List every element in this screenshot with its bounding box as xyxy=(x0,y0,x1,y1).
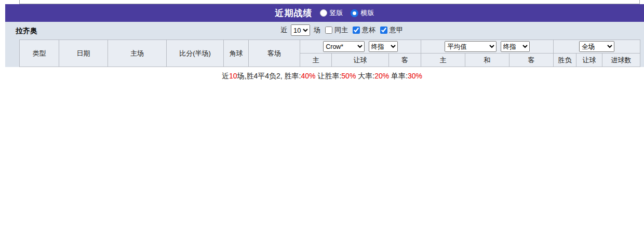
summary-segment: 30% xyxy=(408,72,422,80)
sub-header-avg-draw: 和 xyxy=(465,54,509,67)
near-label: 近 xyxy=(280,25,287,35)
filter-controls: 近 10 场 同主 意杯 意甲 xyxy=(280,24,403,36)
fulltime-header: 全场 xyxy=(554,40,640,54)
summary-segment: 场,胜4平4负2, 胜率: xyxy=(237,72,301,80)
radio-unselected-icon[interactable] xyxy=(320,9,327,17)
match-count-select[interactable]: 10 xyxy=(291,24,310,36)
radio-selected-icon[interactable] xyxy=(351,9,358,17)
average-select[interactable]: 平均值 xyxy=(445,41,497,52)
sub-header-goals: 进球数 xyxy=(602,54,640,67)
col-header-type: 类型 xyxy=(20,40,59,67)
sub-header-avg-home: 主 xyxy=(421,54,465,67)
vertical-layout-option[interactable]: 竖版 xyxy=(320,8,343,18)
col-header-score: 比分(半场) xyxy=(167,40,224,67)
same-home-checkbox[interactable] xyxy=(325,27,332,34)
summary-segment: 单率: xyxy=(389,72,408,80)
summary-segment: 20% xyxy=(374,72,389,80)
league-checkbox[interactable] xyxy=(380,27,387,34)
sub-header-odds-away: 客 xyxy=(389,54,421,67)
results-table: 类型 日期 主场 比分(半场) 角球 客场 Crow* 终指 平均值 xyxy=(19,39,640,67)
sub-header-handicap: 让球 xyxy=(332,54,389,67)
header-row-top: 类型 日期 主场 比分(半场) 角球 客场 Crow* 终指 平均值 xyxy=(20,40,640,54)
upper-box-bottom-edge xyxy=(19,0,640,4)
horizontal-layout-option[interactable]: 横版 xyxy=(351,8,374,18)
sub-header-result: 胜负 xyxy=(554,54,576,67)
vertical-layout-label: 竖版 xyxy=(330,8,343,18)
matches-label: 场 xyxy=(314,25,320,35)
filter-bar: 拉齐奥 近 10 场 同主 意杯 意甲 xyxy=(5,22,644,39)
average-odds-header: 平均值 终指 xyxy=(421,40,554,54)
odds-stage-select[interactable]: 终指 xyxy=(369,41,398,52)
sub-header-odds-home: 主 xyxy=(300,54,332,67)
fulltime-select[interactable]: 全场 xyxy=(579,41,614,52)
sub-header-handicap-result: 让球 xyxy=(576,54,602,67)
summary-segment: 让胜率: xyxy=(316,72,342,80)
cup-checkbox[interactable] xyxy=(353,27,360,34)
odds-company-select[interactable]: Crow* xyxy=(323,41,365,52)
panel-title: 近期战绩 xyxy=(275,7,313,19)
summary-segment: 50% xyxy=(341,72,356,80)
same-home-label: 同主 xyxy=(334,25,348,35)
cup-label: 意杯 xyxy=(362,25,375,35)
title-bar: 近期战绩 竖版 横版 xyxy=(5,4,644,22)
summary-line: 近10场,胜4平4负2, 胜率:40% 让胜率:50% 大率:20% 单率:30… xyxy=(0,67,644,83)
col-header-home: 主场 xyxy=(108,40,167,67)
col-header-date: 日期 xyxy=(59,40,108,67)
horizontal-layout-label: 横版 xyxy=(361,8,374,18)
summary-segment: 近 xyxy=(222,72,229,80)
col-header-corner: 角球 xyxy=(224,40,249,67)
col-header-away: 客场 xyxy=(249,40,300,67)
summary-segment: 大率: xyxy=(356,72,374,80)
average-stage-select[interactable]: 终指 xyxy=(501,41,530,52)
summary-segment: 10 xyxy=(229,72,237,80)
league-label: 意甲 xyxy=(390,25,403,35)
handicap-odds-header: Crow* 终指 xyxy=(300,40,421,54)
team-name: 拉齐奥 xyxy=(16,27,37,36)
summary-segment: 40% xyxy=(301,72,316,80)
sub-header-avg-away: 客 xyxy=(509,54,554,67)
recent-results-panel: 近期战绩 竖版 横版 拉齐奥 近 10 场 同主 意杯 意甲 xyxy=(5,4,644,67)
